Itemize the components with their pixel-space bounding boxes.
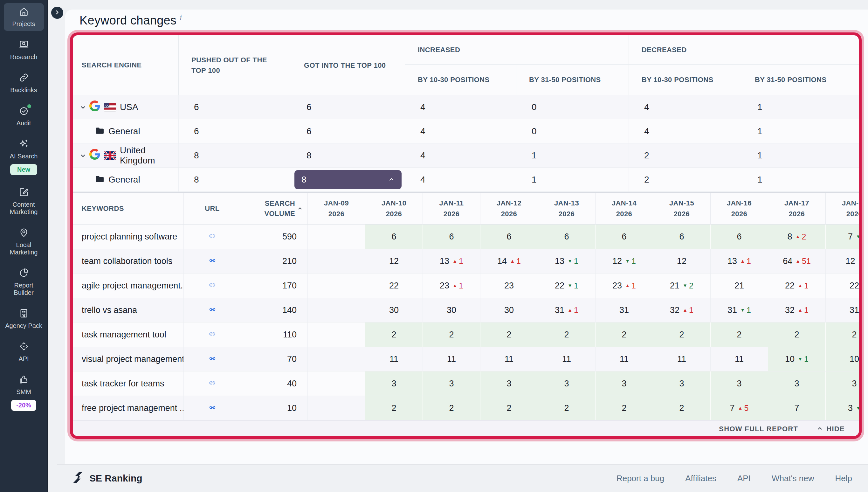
hide-button[interactable]: HIDE	[817, 425, 845, 433]
sidebar-item-backlinks[interactable]: Backlinks	[4, 69, 44, 97]
col-header-search-volume[interactable]: SEARCH VOLUME	[241, 193, 307, 224]
sidebar-item-content-marketing[interactable]: Content Marketing	[4, 184, 44, 219]
folder-label: General	[108, 126, 140, 137]
rank-worse-indicator: ▲1	[683, 305, 693, 315]
rank-better-indicator: ▼	[856, 234, 861, 240]
url-cell[interactable]	[183, 273, 241, 298]
chevron-down-icon[interactable]	[80, 150, 85, 161]
keyword-row[interactable]: visual project management 70 11111111111…	[73, 347, 859, 371]
keyword-row[interactable]: task management tool 110 222222222	[73, 322, 859, 347]
date-column-header[interactable]: JAN-132026	[538, 193, 595, 224]
rank-cell: 3	[423, 371, 480, 396]
url-cell[interactable]	[183, 396, 241, 420]
rank-cell: 3	[825, 371, 862, 396]
date-column-header[interactable]: JAN-172026	[768, 193, 825, 224]
brand[interactable]: SE Ranking	[72, 471, 143, 486]
url-cell[interactable]	[183, 322, 241, 347]
rank-cell: 6	[538, 224, 595, 249]
rank-cell: 6	[595, 224, 653, 249]
url-cell[interactable]	[183, 249, 241, 273]
rank-cell: 2	[365, 322, 423, 347]
url-cell[interactable]	[183, 371, 241, 396]
keyword-row[interactable]: task tracker for teams 40 333333333	[73, 371, 859, 396]
link-icon	[207, 330, 218, 340]
keyword-row[interactable]: project planning software 590 66666668▲2…	[73, 224, 859, 249]
sidebar-item-smm[interactable]: SMM -20%	[4, 371, 44, 414]
rank-cell: 11	[710, 347, 768, 371]
engine-label: USA	[120, 102, 138, 112]
url-cell[interactable]	[183, 298, 241, 322]
info-icon[interactable]: i	[180, 13, 182, 22]
folder-row-general[interactable]: General 6 6 4 0 4 1	[73, 119, 859, 143]
keyword-row[interactable]: team collaboration tools 210 1213▲114▲11…	[73, 249, 859, 273]
date-column-header[interactable]: JAN-122026	[480, 193, 538, 224]
rank-cell: 6	[480, 224, 538, 249]
footer-link-whats-new[interactable]: What's new	[772, 473, 814, 484]
sidebar-item-local-marketing[interactable]: Local Marketing	[4, 224, 44, 259]
sidebar-item-report-builder[interactable]: Report Builder	[4, 265, 44, 300]
keyword-cell: visual project management	[73, 347, 183, 371]
keyword-row[interactable]: trello vs asana 140 30303031▲13132▲131▼1…	[73, 298, 859, 322]
engine-row-united-kingdom[interactable]: United Kingdom 8 8 4 1 2 1	[73, 143, 859, 168]
date-column-header[interactable]: JAN-142026	[595, 193, 653, 224]
date-column-header[interactable]: JAN-182026	[825, 193, 862, 224]
sidebar-item-api[interactable]: API	[4, 338, 44, 366]
folder-row-general[interactable]: General 8 8 4 1 2 1	[73, 168, 859, 192]
sidebar-item-agency-pack[interactable]: Agency Pack	[4, 305, 44, 333]
col-header-increased-10-30[interactable]: BY 10-30 POSITIONS	[405, 65, 516, 95]
home-icon	[19, 6, 29, 18]
got-into-top-100-selected-button[interactable]: 8	[295, 170, 402, 189]
sidebar-item-label: Local Marketing	[4, 241, 43, 256]
footer-link-help[interactable]: Help	[835, 473, 852, 484]
footer-link-affiliates[interactable]: Affiliates	[685, 473, 716, 484]
date-column-header[interactable]: JAN-152026	[653, 193, 710, 224]
value-cell: 4	[405, 119, 516, 143]
col-header-increased-31-50[interactable]: BY 31-50 POSITIONS	[516, 65, 629, 95]
keyword-row[interactable]: free project management ... 10 2222227▲5…	[73, 396, 859, 420]
chevron-up-icon	[817, 425, 822, 433]
footer-link-api[interactable]: API	[737, 473, 751, 484]
keywords-table-header: KEYWORDS URL SEARCH VOLUME JAN-092026JAN…	[73, 193, 859, 224]
col-header-keywords[interactable]: KEYWORDS	[73, 193, 183, 224]
date-column-header[interactable]: JAN-112026	[423, 193, 480, 224]
rank-cell: 31	[825, 298, 862, 322]
col-header-decreased-10-30[interactable]: BY 10-30 POSITIONS	[629, 65, 742, 95]
search-volume-cell: 70	[241, 347, 307, 371]
app-footer: SE Ranking Report a bug Affiliates API W…	[57, 464, 868, 492]
folder-icon	[96, 175, 104, 185]
url-cell[interactable]	[183, 347, 241, 371]
engine-row-usa[interactable]: USA 6 6 4 0 4 1	[73, 95, 859, 119]
sidebar-item-audit[interactable]: Audit	[4, 102, 44, 130]
selected-value-cell: 8	[291, 168, 405, 192]
research-icon	[19, 40, 29, 51]
show-full-report-button[interactable]: SHOW FULL REPORT	[719, 425, 798, 433]
col-header-search-engine[interactable]: SEARCH ENGINE	[73, 35, 178, 95]
sidebar-item-label: API	[19, 355, 29, 363]
rank-cell: 10▼1	[768, 347, 825, 371]
rank-cell: 2	[653, 322, 710, 347]
chevron-down-icon[interactable]	[80, 102, 85, 112]
footer-link-report-a-bug[interactable]: Report a bug	[616, 473, 664, 484]
rank-cell: 12▼	[825, 249, 862, 273]
col-header-pushed-out[interactable]: PUSHED OUT OF THE TOP 100	[178, 35, 291, 95]
rank-cell: 14▲1	[480, 249, 538, 273]
us-flag-icon	[104, 103, 116, 111]
col-header-url[interactable]: URL	[183, 193, 241, 224]
col-header-got-into[interactable]: GOT INTO THE TOP 100	[291, 35, 405, 95]
sidebar-expand-button[interactable]	[50, 6, 64, 20]
sidebar-item-projects[interactable]: Projects	[4, 3, 44, 31]
col-header-decreased-31-50[interactable]: BY 31-50 POSITIONS	[742, 65, 859, 95]
url-cell[interactable]	[183, 224, 241, 249]
keyword-row[interactable]: agile project management... 170 2223▲123…	[73, 273, 859, 298]
rank-cell: 11	[538, 347, 595, 371]
value-cell: 1	[516, 143, 629, 167]
sidebar-item-research[interactable]: Research	[4, 36, 44, 64]
value-cell: 1	[516, 168, 629, 192]
sidebar-item-ai-search[interactable]: AI Search New	[4, 136, 44, 178]
keywords-table-body: project planning software 590 66666668▲2…	[73, 224, 859, 420]
new-badge: New	[10, 164, 37, 175]
rank-cell: 2	[653, 396, 710, 420]
date-column-header[interactable]: JAN-162026	[710, 193, 768, 224]
date-column-header[interactable]: JAN-102026	[365, 193, 423, 224]
date-column-header[interactable]: JAN-092026	[307, 193, 365, 224]
